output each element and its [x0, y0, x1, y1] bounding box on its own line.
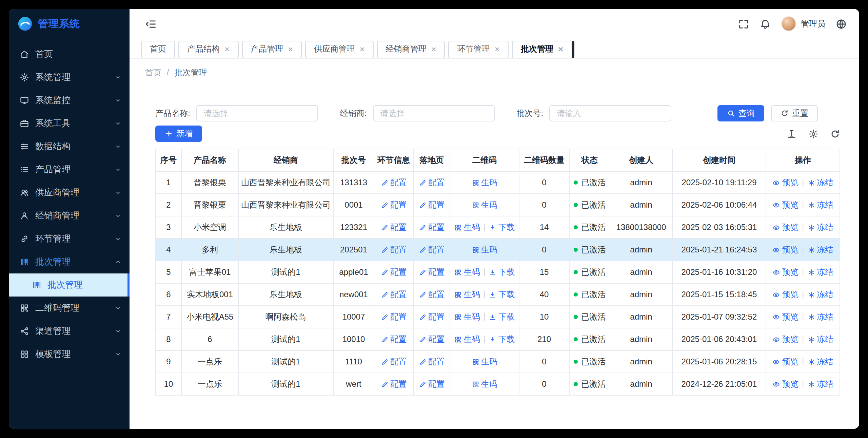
sidebar-item-channel-mgmt[interactable]: 渠道管理 [9, 320, 130, 343]
table-row[interactable]: 4多利乐生地板202501配置配置生码0已激活admin2025-01-21 1… [156, 239, 840, 261]
user-menu[interactable]: 管理员 [781, 16, 825, 31]
reset-button[interactable]: 重置 [771, 105, 818, 121]
freeze-link[interactable]: 冻结 [807, 356, 833, 367]
download-link[interactable]: 下载 [489, 311, 515, 323]
sidebar-item-system-tools[interactable]: 系统工具 [9, 112, 130, 135]
tab-link-mgmt[interactable]: 环节管理× [449, 40, 509, 58]
tab-home[interactable]: 首页 [141, 40, 175, 58]
generate-code-link[interactable]: 生码 [472, 199, 497, 211]
search-button[interactable]: 查询 [717, 105, 764, 121]
sidebar-item-home[interactable]: 首页 [9, 43, 130, 66]
table-row[interactable]: 2晋黎银栗山西晋黎来种业有限公司0001配置配置生码0已激活admin2025-… [156, 194, 840, 216]
generate-code-link[interactable]: 生码 [472, 378, 497, 390]
preview-link[interactable]: 预览 [773, 266, 798, 278]
generate-code-link[interactable]: 生码 [454, 311, 480, 323]
config-landing-link[interactable]: 配置 [419, 266, 445, 278]
globe-icon[interactable] [835, 18, 847, 30]
fullscreen-icon[interactable] [738, 18, 749, 30]
app-logo[interactable]: 管理系统 [9, 9, 130, 39]
generate-code-link[interactable]: 生码 [454, 222, 480, 233]
preview-link[interactable]: 预览 [773, 177, 798, 188]
sidebar-item-system-mgmt[interactable]: 系统管理 [9, 66, 130, 89]
table-row[interactable]: 1晋黎银栗山西晋黎来种业有限公司131313配置配置生码0已激活admin202… [156, 171, 840, 194]
config-step-link[interactable]: 配置 [381, 222, 407, 233]
freeze-link[interactable]: 冻结 [807, 266, 833, 278]
config-step-link[interactable]: 配置 [381, 266, 407, 278]
close-icon[interactable]: × [495, 45, 500, 54]
config-step-link[interactable]: 配置 [381, 199, 407, 211]
generate-code-link[interactable]: 生码 [454, 334, 480, 345]
batch-no-input[interactable] [549, 105, 671, 121]
generate-code-link[interactable]: 生码 [472, 177, 497, 188]
close-icon[interactable]: × [288, 45, 293, 54]
freeze-link[interactable]: 冻结 [807, 222, 833, 233]
generate-code-link[interactable]: 生码 [472, 356, 497, 367]
generate-code-link[interactable]: 生码 [454, 289, 480, 300]
download-link[interactable]: 下载 [489, 222, 515, 233]
sidebar-item-batch-mgmt[interactable]: 批次管理 [9, 250, 130, 273]
breadcrumb-home[interactable]: 首页 [145, 67, 161, 79]
freeze-link[interactable]: 冻结 [807, 244, 833, 255]
config-step-link[interactable]: 配置 [381, 378, 407, 390]
freeze-link[interactable]: 冻结 [807, 177, 833, 188]
tab-supplier-mgmt[interactable]: 供应商管理× [305, 40, 373, 58]
table-row[interactable]: 7小米电视A55啊阿森松岛10007配置配置生码|下载10已激活admin202… [156, 306, 840, 328]
sidebar-item-link-mgmt[interactable]: 环节管理 [9, 227, 130, 250]
table-row[interactable]: 3小米空调乐生地板123321配置配置生码|下载14已激活13800138000… [156, 216, 840, 239]
preview-link[interactable]: 预览 [773, 244, 798, 255]
freeze-link[interactable]: 冻结 [807, 378, 833, 390]
close-icon[interactable]: × [359, 45, 364, 54]
add-button[interactable]: 新增 [155, 126, 202, 142]
table-row[interactable]: 6实木地板001乐生地板new001配置配置生码|下载40已激活admin202… [156, 283, 840, 306]
download-link[interactable]: 下载 [489, 289, 515, 300]
close-icon[interactable]: × [558, 45, 563, 54]
refresh-icon[interactable] [830, 129, 840, 139]
tab-product-structure[interactable]: 产品结构× [178, 40, 238, 58]
preview-link[interactable]: 预览 [773, 378, 798, 390]
freeze-link[interactable]: 冻结 [807, 311, 833, 323]
download-link[interactable]: 下载 [489, 266, 515, 278]
table-row[interactable]: 9一点乐测试的11110配置配置生码0已激活admin2025-01-06 20… [156, 350, 840, 373]
table-row[interactable]: 5富士苹果01测试的1apple01配置配置生码|下载15已激活admin202… [156, 261, 840, 283]
gear-icon[interactable] [808, 129, 818, 139]
config-landing-link[interactable]: 配置 [419, 244, 445, 255]
sidebar-item-batch-mgmt-sub[interactable]: 批次管理 [9, 273, 130, 297]
generate-code-link[interactable]: 生码 [472, 244, 497, 255]
tab-product-mgmt[interactable]: 产品管理× [242, 40, 302, 58]
config-landing-link[interactable]: 配置 [419, 311, 445, 323]
dealer-input[interactable] [373, 105, 495, 121]
config-step-link[interactable]: 配置 [381, 244, 407, 255]
preview-link[interactable]: 预览 [773, 289, 798, 300]
config-landing-link[interactable]: 配置 [419, 199, 445, 211]
config-step-link[interactable]: 配置 [381, 334, 407, 345]
sidebar-item-supplier-mgmt[interactable]: 供应商管理 [9, 181, 130, 204]
close-icon[interactable]: × [224, 45, 230, 54]
config-step-link[interactable]: 配置 [381, 177, 407, 188]
sidebar-item-product-mgmt[interactable]: 产品管理 [9, 158, 130, 181]
close-icon[interactable]: × [431, 45, 436, 54]
config-landing-link[interactable]: 配置 [419, 334, 445, 345]
config-landing-link[interactable]: 配置 [419, 356, 445, 367]
config-step-link[interactable]: 配置 [381, 311, 407, 323]
freeze-link[interactable]: 冻结 [807, 289, 833, 300]
preview-link[interactable]: 预览 [773, 356, 798, 367]
generate-code-link[interactable]: 生码 [454, 266, 480, 278]
config-landing-link[interactable]: 配置 [419, 177, 445, 188]
sidebar-item-dealer-mgmt[interactable]: 经销商管理 [9, 204, 130, 227]
preview-link[interactable]: 预览 [773, 222, 798, 233]
table-row[interactable]: 10一点乐测试的1wert配置配置生码0已激活admin2024-12-26 2… [156, 373, 840, 395]
freeze-link[interactable]: 冻结 [807, 334, 833, 345]
freeze-link[interactable]: 冻结 [807, 199, 833, 211]
tab-dealer-mgmt[interactable]: 经销商管理× [377, 40, 445, 58]
sidebar-item-qrcode-mgmt[interactable]: 二维码管理 [9, 297, 130, 320]
config-landing-link[interactable]: 配置 [419, 222, 445, 233]
config-step-link[interactable]: 配置 [381, 289, 407, 300]
collapse-sidebar-icon[interactable] [145, 18, 157, 30]
sidebar-item-data-structure[interactable]: 数据结构 [9, 135, 130, 158]
table-row[interactable]: 86测试的110010配置配置生码|下载210已激活admin2025-01-0… [156, 328, 840, 350]
config-landing-link[interactable]: 配置 [419, 378, 445, 390]
preview-link[interactable]: 预览 [773, 311, 798, 323]
config-landing-link[interactable]: 配置 [419, 289, 445, 300]
product-name-input[interactable] [196, 105, 318, 121]
text-cursor-icon[interactable] [787, 129, 797, 139]
